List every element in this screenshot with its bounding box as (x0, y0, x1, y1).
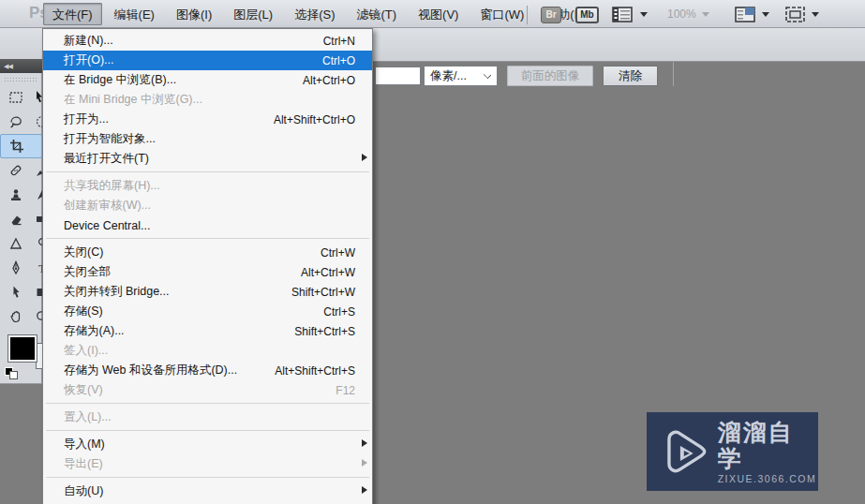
menu-item-label: 存储为(A)... (43, 323, 125, 339)
file-menu-item-14[interactable]: 关闭全部Alt+Ctrl+W (43, 262, 372, 282)
file-menu-item-15[interactable]: 关闭并转到 Bridge...Shift+Ctrl+W (43, 282, 372, 302)
spot-healing-brush-tool-icon (8, 163, 23, 178)
file-menu-item-19[interactable]: 存储为 Web 和设备所用格式(D)...Alt+Shift+Ctrl+S (43, 361, 372, 380)
menu-item-shortcut: Ctrl+S (323, 305, 355, 319)
rectangular-marquee-tool-icon (8, 90, 23, 105)
menubar-item-4[interactable]: 图层(L) (224, 3, 282, 25)
application-menubar: Ps 文件(F)编辑(E)图像(I)图层(L)选择(S)滤镜(T)视图(V)窗口… (0, 0, 865, 28)
menu-item-shortcut: Ctrl+N (323, 35, 355, 48)
file-menu-item-6[interactable]: 打开为智能对象... (43, 129, 372, 149)
menu-item-label: 新建(N)... (43, 33, 113, 49)
workspace-dropdown-caret[interactable] (762, 12, 769, 17)
tools-panel-grip[interactable] (4, 77, 38, 83)
file-menu-item-20: 恢复(V)F12 (43, 380, 372, 400)
rectangle-tool-partial-icon[interactable] (35, 285, 42, 300)
launch-bridge-button[interactable]: Br (541, 7, 561, 23)
menubar-item-6[interactable]: 滤镜(T) (347, 3, 406, 25)
brush-tool-partial-icon[interactable] (35, 163, 42, 178)
tools-panel-collapse-button[interactable]: ◀◀ (0, 59, 42, 73)
default-colors-icon[interactable] (5, 367, 18, 379)
file-menu-item-27[interactable]: 自动(U) (43, 482, 372, 501)
file-menu-item-10: 创建新审核(W)... (43, 196, 372, 215)
menubar-item-1[interactable]: 文件(F) (43, 3, 102, 25)
file-menu-item-2[interactable]: 打开(O)...Ctrl+O (43, 51, 372, 70)
menubar-item-3[interactable]: 图像(I) (167, 3, 221, 25)
rectangular-marquee-tool[interactable] (0, 85, 42, 110)
hand-tool[interactable] (0, 304, 42, 329)
watermark-text: 溜溜自学 ZIXUE.3066.COM (718, 419, 818, 484)
menu-item-shortcut: Alt+Shift+Ctrl+O (274, 113, 355, 126)
menubar-item-2[interactable]: 编辑(E) (105, 3, 164, 25)
workspace-switcher-icon[interactable] (735, 7, 755, 22)
arrange-documents-dropdown-caret[interactable] (640, 12, 648, 17)
quick-selection-tool-partial-icon[interactable] (35, 114, 42, 129)
file-menu-item-9: 共享我的屏幕(H)... (43, 176, 372, 196)
menu-item-label: Device Central... (43, 219, 150, 232)
chevron-down-icon (484, 71, 491, 79)
file-menu-item-5[interactable]: 打开为...Alt+Shift+Ctrl+O (43, 110, 372, 129)
menu-item-shortcut: Alt+Ctrl+W (301, 266, 355, 279)
path-selection-tool-icon (8, 285, 23, 300)
clone-stamp-tool[interactable] (0, 183, 42, 207)
spot-healing-brush-tool[interactable] (0, 158, 42, 183)
path-selection-tool[interactable] (0, 280, 42, 304)
move-tool-partial-icon[interactable] (35, 90, 42, 105)
menubar-item-5[interactable]: 选择(S) (285, 3, 344, 25)
submenu-arrow-icon (362, 154, 367, 161)
default-background-square (9, 371, 18, 379)
menu-item-label: 关闭全部 (43, 264, 111, 280)
eraser-tool-icon (8, 212, 23, 227)
file-menu-item-17[interactable]: 存储为(A)...Shift+Ctrl+S (43, 321, 372, 341)
menu-item-label: 创建新审核(W)... (43, 198, 151, 214)
menu-item-shortcut: F12 (336, 384, 355, 397)
crop-tool[interactable] (0, 134, 42, 158)
dodge-tool-partial-icon[interactable] (35, 236, 42, 251)
file-menu-item-1[interactable]: 新建(N)...Ctrl+N (43, 31, 372, 51)
menubar-item-7[interactable]: 视图(V) (409, 3, 468, 25)
menu-item-shortcut: Shift+Ctrl+W (291, 286, 355, 299)
file-menu-item-3[interactable]: 在 Bridge 中浏览(B)...Alt+Ctrl+O (43, 70, 372, 90)
file-menu-item-24[interactable]: 导入(M) (43, 435, 372, 454)
pen-tool[interactable]: T (0, 256, 42, 280)
file-menu-item-22: 置入(L)... (43, 408, 372, 427)
blur-tool[interactable] (0, 231, 42, 256)
screen-mode-dropdown-caret[interactable] (812, 12, 819, 17)
file-menu-item-11[interactable]: Device Central... (43, 215, 372, 235)
foreground-color-swatch[interactable] (8, 335, 37, 362)
crop-resolution-input[interactable] (375, 67, 421, 85)
type-tool-partial-icon[interactable]: T (35, 260, 42, 275)
hand-tool-icon (8, 309, 23, 324)
front-image-button: 前面的图像 (507, 66, 593, 86)
menu-item-label: 打开(O)... (43, 52, 113, 68)
watermark-banner: 溜溜自学 ZIXUE.3066.COM (647, 412, 818, 491)
eraser-tool[interactable] (0, 207, 42, 231)
menu-separator (46, 238, 369, 239)
zoom-level-display: 100% (667, 7, 696, 21)
menu-item-shortcut: Shift+Ctrl+S (294, 325, 355, 338)
screen-mode-icon[interactable] (785, 7, 805, 22)
menu-item-label: 签入(I)... (43, 343, 108, 359)
menubar-item-8[interactable]: 窗口(W) (470, 3, 533, 25)
file-menu-item-13[interactable]: 关闭(C)Ctrl+W (43, 243, 372, 262)
menu-item-label: 置入(L)... (43, 409, 112, 425)
menu-item-label: 打开为... (43, 111, 109, 127)
watermark-title: 溜溜自学 (718, 419, 818, 471)
tool-list: T (0, 85, 42, 329)
gradient-tool-partial-icon[interactable] (35, 212, 42, 227)
menu-item-shortcut: Ctrl+O (322, 54, 355, 67)
lasso-tool[interactable] (0, 110, 42, 134)
menu-item-label: 关闭(C) (43, 245, 103, 260)
menu-item-shortcut: Alt+Ctrl+O (303, 74, 355, 87)
history-brush-tool-partial-icon[interactable] (35, 187, 42, 202)
background-color-swatch[interactable] (36, 343, 42, 369)
file-menu-item-7[interactable]: 最近打开文件(T) (43, 149, 372, 169)
file-menu-item-16[interactable]: 存储(S)Ctrl+S (43, 302, 372, 321)
menu-item-label: 关闭并转到 Bridge... (43, 284, 170, 300)
clear-button[interactable]: 清除 (603, 66, 658, 86)
file-menu-item-18: 签入(I)... (43, 341, 372, 361)
blur-tool-icon (8, 236, 23, 251)
arrange-documents-icon[interactable] (612, 7, 633, 22)
zoom-tool-partial-icon[interactable] (35, 309, 42, 324)
resolution-unit-dropdown[interactable]: 像素/... (424, 66, 498, 86)
launch-mini-bridge-button[interactable]: Mb (575, 7, 599, 23)
